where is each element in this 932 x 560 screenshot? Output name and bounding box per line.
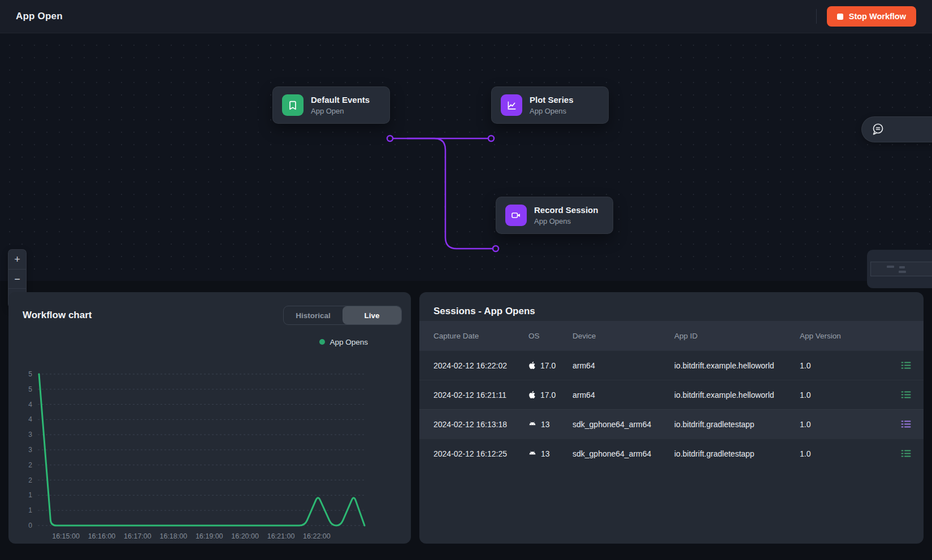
minus-icon: −: [14, 274, 20, 284]
top-bar: App Open Stop Workflow: [0, 0, 932, 33]
svg-text:1: 1: [28, 506, 32, 514]
cell-os: 13: [528, 449, 573, 458]
sessions-header: Sessions - App Opens: [419, 292, 924, 317]
port-record-session-in[interactable]: [493, 246, 498, 251]
chart-mode-toggle: Historical Live: [283, 306, 402, 325]
col-device: Device: [573, 332, 674, 340]
svg-text:2: 2: [28, 461, 32, 469]
node-title: Record Session: [534, 205, 598, 216]
cell-app-version: 1.0: [800, 420, 886, 429]
cell-actions: [901, 420, 911, 428]
legend-dot: [319, 339, 325, 345]
svg-text:3: 3: [28, 431, 32, 439]
node-title: Default Events: [311, 95, 370, 106]
table-row[interactable]: 2024-02-12 16:22:02 17.0 arm64 io.bitdri…: [419, 350, 924, 380]
zoom-out-button[interactable]: −: [8, 269, 26, 288]
col-os: OS: [528, 332, 573, 340]
zoom-in-button[interactable]: +: [8, 250, 26, 269]
bookmark-icon: [282, 94, 304, 116]
minimap-node: [899, 271, 906, 273]
session-logs-icon[interactable]: [901, 390, 911, 399]
svg-text:5: 5: [28, 370, 32, 378]
node-title: Plot Series: [530, 95, 574, 106]
cell-device: arm64: [573, 390, 674, 400]
svg-text:16:21:00: 16:21:00: [267, 532, 295, 540]
cell-app-version: 1.0: [800, 361, 886, 370]
node-default-events[interactable]: Default Events App Open: [272, 86, 390, 124]
sessions-table-header: Capture Date OS Device App ID App Versio…: [419, 321, 924, 350]
tab-live[interactable]: Live: [343, 306, 401, 324]
cell-device: sdk_gphone64_arm64: [573, 420, 674, 429]
legend-label: App Opens: [330, 338, 368, 346]
svg-text:4: 4: [28, 415, 32, 423]
apple-icon: [528, 361, 536, 370]
node-text: Default Events App Open: [311, 95, 370, 115]
cell-app-version: 1.0: [800, 449, 886, 458]
workflow-chart-panel: Workflow chart Historical Live App Opens…: [8, 292, 411, 544]
stop-icon: [837, 14, 843, 20]
svg-text:3: 3: [28, 446, 32, 454]
cell-app-id: io.bitdrift.example.helloworld: [674, 361, 800, 370]
session-logs-icon[interactable]: [901, 361, 911, 370]
workflow-chart-header: Workflow chart Historical Live: [8, 292, 411, 325]
cell-app-id: io.bitdrift.gradletestapp: [674, 449, 800, 458]
cell-app-id: io.bitdrift.example.helloworld: [674, 390, 800, 400]
minimap-node: [887, 266, 894, 268]
cell-actions: [901, 361, 911, 370]
edge-default-to-record: [407, 138, 492, 249]
session-logs-icon[interactable]: [901, 420, 911, 428]
workflow-edges: [0, 33, 932, 281]
node-record-session[interactable]: Record Session App Opens: [496, 197, 613, 234]
cell-os: 13: [528, 420, 573, 429]
android-icon: [528, 450, 536, 457]
svg-text:2: 2: [28, 476, 32, 484]
col-app-id: App ID: [674, 332, 800, 340]
bottom-panels: Workflow chart Historical Live App Opens…: [0, 281, 932, 544]
node-plot-series[interactable]: Plot Series App Opens: [491, 86, 609, 124]
cell-capture-date: 2024-02-12 16:22:02: [434, 361, 528, 370]
node-subtitle: App Open: [311, 107, 370, 115]
minimap-viewport[interactable]: [870, 262, 932, 276]
node-text: Plot Series App Opens: [530, 95, 574, 115]
sessions-title: Sessions - App Opens: [432, 306, 535, 317]
topbar-actions: Stop Workflow: [816, 6, 916, 27]
stop-workflow-label: Stop Workflow: [849, 12, 906, 21]
svg-text:0: 0: [28, 522, 32, 529]
workflow-canvas[interactable]: Default Events App Open Plot Series App …: [0, 33, 932, 281]
svg-text:1: 1: [28, 491, 32, 499]
stop-workflow-button[interactable]: Stop Workflow: [827, 6, 916, 27]
svg-text:16:18:00: 16:18:00: [159, 532, 187, 540]
cell-os: 17.0: [528, 361, 573, 370]
chart-legend: App Opens: [8, 337, 368, 346]
port-plot-series-in[interactable]: [488, 136, 494, 141]
os-version: 17.0: [540, 361, 556, 370]
sessions-panel: Sessions - App Opens Capture Date OS Dev…: [419, 292, 924, 544]
os-version: 13: [541, 420, 550, 429]
table-row[interactable]: 2024-02-12 16:21:11 17.0 arm64 io.bitdri…: [419, 380, 924, 409]
session-logs-icon[interactable]: [901, 449, 911, 458]
col-capture-date: Capture Date: [434, 332, 528, 340]
canvas-minimap[interactable]: [867, 250, 932, 288]
node-subtitle: App Opens: [534, 217, 598, 225]
svg-text:16:19:00: 16:19:00: [196, 532, 223, 540]
cell-os: 17.0: [528, 390, 573, 400]
svg-text:16:16:00: 16:16:00: [88, 532, 116, 540]
os-version: 17.0: [540, 390, 556, 400]
svg-text:16:20:00: 16:20:00: [231, 532, 259, 540]
plus-icon: +: [14, 254, 20, 264]
apple-icon: [528, 390, 536, 399]
cell-capture-date: 2024-02-12 16:12:25: [434, 449, 528, 458]
svg-text:16:15:00: 16:15:00: [52, 532, 80, 540]
table-row[interactable]: 2024-02-12 16:13:18 13 sdk_gphone64_arm6…: [419, 409, 924, 439]
cell-capture-date: 2024-02-12 16:21:11: [434, 390, 528, 400]
svg-text:16:17:00: 16:17:00: [124, 532, 151, 540]
table-row[interactable]: 2024-02-12 16:12:25 13 sdk_gphone64_arm6…: [419, 439, 924, 468]
video-camera-icon: [505, 205, 527, 226]
line-chart-icon: [501, 94, 522, 116]
svg-text:4: 4: [28, 401, 32, 409]
node-text: Record Session App Opens: [534, 205, 598, 225]
port-default-events-out[interactable]: [387, 136, 393, 141]
feedback-button[interactable]: [861, 116, 932, 142]
cell-app-version: 1.0: [800, 390, 886, 400]
tab-historical[interactable]: Historical: [284, 306, 343, 324]
